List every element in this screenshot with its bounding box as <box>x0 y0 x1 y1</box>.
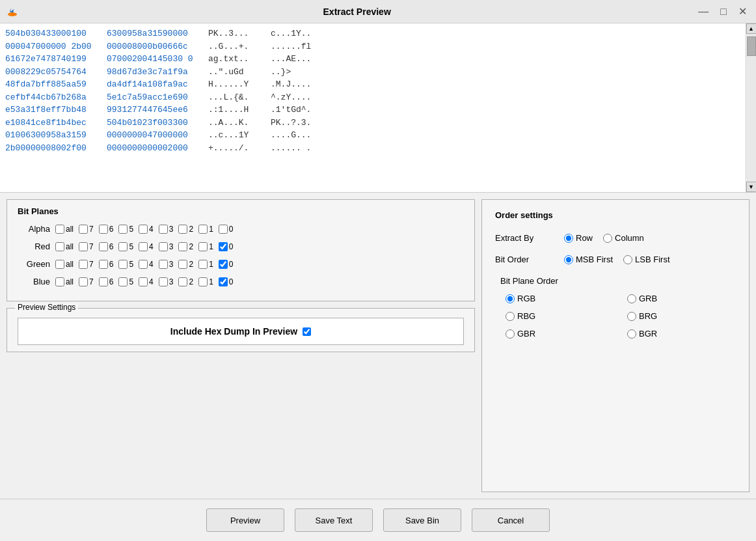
bit-plane-checkbox-blue-4[interactable]: 4 <box>139 277 154 286</box>
bit-plane-checkbox-green-1[interactable]: 1 <box>198 260 213 269</box>
bit-plane-checkbox-red-4[interactable]: 4 <box>139 242 154 251</box>
bit-plane-checkbox-green-6[interactable]: 6 <box>99 260 114 269</box>
bit-plane-checkbox-green-3[interactable]: 3 <box>159 260 174 269</box>
bit-plane-checkbox-blue-0[interactable]: 0 <box>219 277 234 286</box>
cancel-button[interactable]: Cancel <box>472 508 550 532</box>
bit-plane-order-bgr[interactable]: BGR <box>627 329 736 339</box>
bit-plane-label-green: Green <box>18 259 50 269</box>
bit-plane-checkbox-alpha-7[interactable]: 7 <box>79 225 94 234</box>
save-text-button[interactable]: Save Text <box>295 508 373 532</box>
maximize-button[interactable]: □ <box>716 4 731 19</box>
scroll-down-button[interactable]: ▼ <box>746 182 757 192</box>
bit-plane-order-section: Bit Plane Order RGB GRB RBG BRG <box>495 276 736 339</box>
bit-plane-label-red: Red <box>18 242 50 251</box>
left-panel: Bit Planes Alpha all 7 6 5 <box>7 199 475 492</box>
bit-plane-checkbox-red-6[interactable]: 6 <box>99 242 114 251</box>
bit-plane-checkbox-red-0[interactable]: 0 <box>219 242 234 251</box>
hex-content: 504b030433000100 6300958a31590000 PK..3.… <box>0 23 746 192</box>
bit-planes-title: Bit Planes <box>18 206 464 216</box>
close-button[interactable]: ✕ <box>735 4 751 19</box>
bit-plane-checkbox-blue-6[interactable]: 6 <box>99 277 114 286</box>
bit-plane-checkbox-green-2[interactable]: 2 <box>178 260 193 269</box>
bit-plane-checkbox-blue-7[interactable]: 7 <box>79 277 94 286</box>
bit-plane-checkbox-red-all[interactable]: all <box>55 242 74 251</box>
bit-plane-checkbox-alpha-6[interactable]: 6 <box>99 225 114 234</box>
bit-plane-checkbox-alpha-5[interactable]: 5 <box>118 225 133 234</box>
bit-plane-checkbox-blue-all[interactable]: all <box>55 277 74 286</box>
main-content: Bit Planes Alpha all 7 6 5 <box>0 193 756 499</box>
hex-row: 61672e7478740199 070002004145030 0 ag.tx… <box>5 53 740 66</box>
hex-col1: 2b00000008002f00 <box>5 142 96 155</box>
hex-col1: e53a31f8eff7bb48 <box>5 104 96 117</box>
bit-plane-checkbox-blue-5[interactable]: 5 <box>118 277 133 286</box>
bit-plane-checkbox-alpha-4[interactable]: 4 <box>139 225 154 234</box>
scroll-thumb[interactable] <box>747 36 756 56</box>
bit-order-msb-option[interactable]: MSB First <box>564 255 613 264</box>
bit-plane-checkbox-red-7[interactable]: 7 <box>79 242 94 251</box>
minimize-button[interactable]: — <box>694 4 712 19</box>
hex-col4: c...1Y.. <box>271 27 323 40</box>
java-icon <box>5 5 20 19</box>
hex-row: 2b00000008002f00 0000000000002000 +.....… <box>5 142 740 155</box>
hex-col4: ...... . <box>271 142 323 155</box>
bit-plane-checkbox-red-2[interactable]: 2 <box>178 242 193 251</box>
include-hex-row: Include Hex Dump In Preview <box>29 326 453 337</box>
bit-plane-checkbox-alpha-1[interactable]: 1 <box>198 225 213 234</box>
bit-plane-checkbox-red-5[interactable]: 5 <box>118 242 133 251</box>
include-hex-label: Include Hex Dump In Preview <box>170 326 297 337</box>
hex-col3: ..A...K. <box>208 117 260 130</box>
bit-plane-order-grb[interactable]: GRB <box>627 294 736 303</box>
hex-col3: ..c...1Y <box>208 129 260 142</box>
bit-plane-row-blue: Blue all 7 6 5 <box>18 277 464 286</box>
extract-by-radio-group: Row Column <box>564 233 644 243</box>
bit-plane-checkbox-blue-1[interactable]: 1 <box>198 277 213 286</box>
save-bin-button[interactable]: Save Bin <box>383 508 461 532</box>
bit-plane-order-label: Bit Plane Order <box>495 276 736 286</box>
bit-plane-checkbox-blue-3[interactable]: 3 <box>159 277 174 286</box>
bit-plane-checkbox-alpha-0[interactable]: 0 <box>219 225 234 234</box>
preview-settings-legend: Preview Settings <box>15 303 78 312</box>
hex-col3: H......Y <box>208 78 260 91</box>
bit-plane-checkbox-alpha-3[interactable]: 3 <box>159 225 174 234</box>
hex-col2: 504b01023f003300 <box>107 117 198 130</box>
hex-col1: e10841ce8f1b4bec <box>5 117 96 130</box>
bit-plane-checkbox-blue-2[interactable]: 2 <box>178 277 193 286</box>
bit-plane-checkbox-alpha-all[interactable]: all <box>55 225 74 234</box>
bit-plane-checkbox-green-5[interactable]: 5 <box>118 260 133 269</box>
bit-plane-checkbox-green-4[interactable]: 4 <box>139 260 154 269</box>
bit-plane-checkbox-green-all[interactable]: all <box>55 260 74 269</box>
scrollbar[interactable]: ▲ ▼ <box>746 23 756 192</box>
hex-col2: 000008000b00666c <box>107 40 198 53</box>
bit-plane-label-alpha: Alpha <box>18 224 50 234</box>
bit-plane-checkbox-red-3[interactable]: 3 <box>159 242 174 251</box>
bit-plane-checkbox-green-0[interactable]: 0 <box>219 260 234 269</box>
scroll-up-button[interactable]: ▲ <box>746 23 757 34</box>
bit-order-lsb-option[interactable]: LSB First <box>623 255 669 264</box>
include-hex-checkbox[interactable] <box>303 327 311 336</box>
bit-plane-checkbox-red-1[interactable]: 1 <box>198 242 213 251</box>
hex-col1: 0008229c05754764 <box>5 66 96 79</box>
bit-plane-checkbox-alpha-2[interactable]: 2 <box>178 225 193 234</box>
hex-col1: 01006300958a3159 <box>5 129 96 142</box>
hex-col4: ....G... <box>271 129 323 142</box>
bit-plane-checkbox-green-7[interactable]: 7 <box>79 260 94 269</box>
preview-button[interactable]: Preview <box>206 508 284 532</box>
hex-row: e10841ce8f1b4bec 504b01023f003300 ..A...… <box>5 117 740 130</box>
scroll-track[interactable] <box>747 34 756 182</box>
bit-plane-order-brg[interactable]: BRG <box>627 311 736 321</box>
hex-col3: ...L.{&. <box>208 91 260 104</box>
extract-by-column-option[interactable]: Column <box>603 233 644 243</box>
order-settings-title: Order settings <box>495 210 736 220</box>
bit-plane-order-rgb[interactable]: RGB <box>506 294 614 303</box>
preview-settings-box: Preview Settings Include Hex Dump In Pre… <box>7 308 475 352</box>
hex-col2: 98d67d3e3c7a1f9a <box>107 66 198 79</box>
hex-col3: ..".uGd <box>208 66 260 79</box>
extract-by-row-option[interactable]: Row <box>564 233 593 243</box>
extract-by-row: Extract By Row Column <box>495 233 736 243</box>
hex-row: 0008229c05754764 98d67d3e3c7a1f9a ..".uG… <box>5 66 740 79</box>
bit-plane-order-rbg[interactable]: RBG <box>506 311 614 321</box>
hex-preview-area: 504b030433000100 6300958a31590000 PK..3.… <box>0 23 756 193</box>
hex-row: 504b030433000100 6300958a31590000 PK..3.… <box>5 27 740 40</box>
bit-plane-order-gbr[interactable]: GBR <box>506 329 614 339</box>
hex-row: 48fda7bff885aa59 da4df14a108fa9ac H.....… <box>5 78 740 91</box>
